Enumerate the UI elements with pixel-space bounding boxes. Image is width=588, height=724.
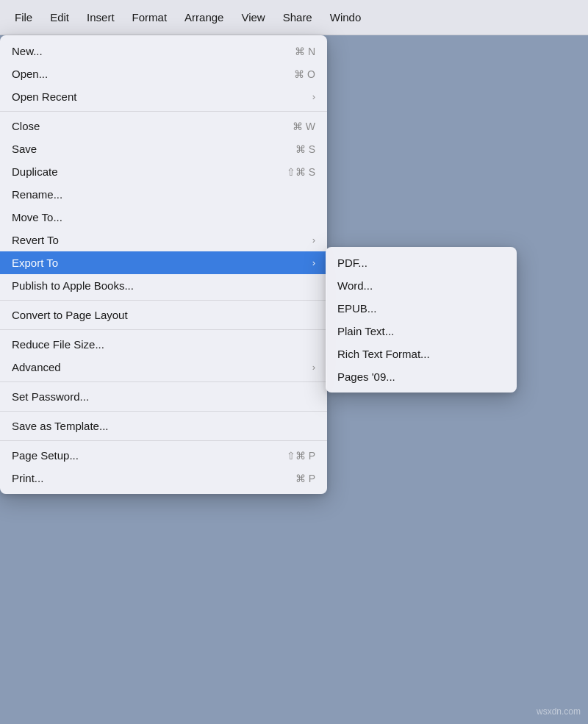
watermark: wsxdn.com: [537, 706, 581, 717]
menu-item-print[interactable]: Print... ⌘ P: [0, 467, 327, 490]
menu-item-close[interactable]: Close ⌘ W: [0, 115, 327, 137]
menu-item-open[interactable]: Open... ⌘ O: [0, 62, 327, 85]
export-submenu: PDF... Word... EPUB... Plain Text... Ric…: [326, 247, 517, 393]
separator-1: [0, 111, 327, 112]
separator-5: [0, 411, 327, 412]
menubar-share[interactable]: Share: [274, 8, 321, 26]
submenu-plain-text[interactable]: Plain Text...: [326, 320, 517, 343]
menu-item-publish[interactable]: Publish to Apple Books...: [0, 274, 327, 297]
separator-4: [0, 381, 327, 382]
menu-item-set-password[interactable]: Set Password...: [0, 385, 327, 408]
submenu-pdf[interactable]: PDF...: [326, 251, 517, 274]
separator-6: [0, 440, 327, 441]
menubar-insert[interactable]: Insert: [78, 8, 123, 26]
menu-item-open-recent[interactable]: Open Recent ›: [0, 85, 327, 108]
menu-item-page-setup[interactable]: Page Setup... ⇧⌘ P: [0, 444, 327, 467]
menu-item-move-to[interactable]: Move To...: [0, 206, 327, 229]
menu-item-new[interactable]: New... ⌘ N: [0, 40, 327, 62]
menubar-arrange[interactable]: Arrange: [176, 8, 232, 26]
menubar-view[interactable]: View: [232, 8, 273, 26]
menubar-file[interactable]: File: [6, 8, 41, 26]
menu-item-save[interactable]: Save ⌘ S: [0, 137, 327, 160]
menu-item-convert[interactable]: Convert to Page Layout: [0, 304, 327, 326]
separator-3: [0, 329, 327, 330]
menu-item-save-template[interactable]: Save as Template...: [0, 415, 327, 437]
menubar-format[interactable]: Format: [123, 8, 176, 26]
menubar-edit[interactable]: Edit: [41, 8, 78, 26]
menu-item-rename[interactable]: Rename...: [0, 183, 327, 206]
menu-item-advanced[interactable]: Advanced ›: [0, 356, 327, 379]
menu-item-export-to[interactable]: Export To › PDF... Word... EPUB... Plain…: [0, 251, 327, 274]
submenu-epub[interactable]: EPUB...: [326, 297, 517, 320]
menu-item-reduce[interactable]: Reduce File Size...: [0, 333, 327, 356]
submenu-pages09[interactable]: Pages '09...: [326, 365, 517, 388]
menubar: File Edit Insert Format Arrange View Sha…: [0, 0, 588, 35]
submenu-rich-text[interactable]: Rich Text Format...: [326, 343, 517, 365]
submenu-word[interactable]: Word...: [326, 274, 517, 297]
file-menu: New... ⌘ N Open... ⌘ O Open Recent › Clo…: [0, 35, 327, 494]
separator-2: [0, 300, 327, 301]
menubar-window[interactable]: Windo: [321, 8, 370, 26]
menu-item-duplicate[interactable]: Duplicate ⇧⌘ S: [0, 160, 327, 183]
menu-item-revert-to[interactable]: Revert To ›: [0, 229, 327, 251]
